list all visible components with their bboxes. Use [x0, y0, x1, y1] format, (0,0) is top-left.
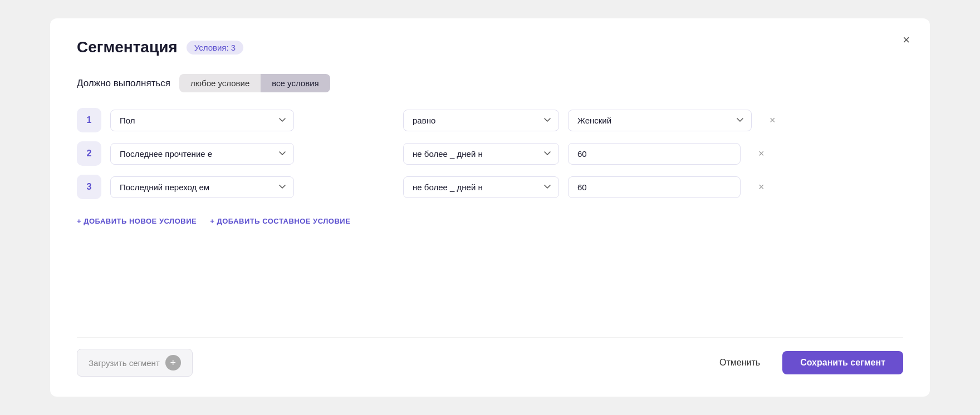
condition-row: 1 Пол равно Женский × — [77, 108, 903, 132]
load-segment-plus-icon: + — [165, 355, 181, 370]
condition-2-value-input[interactable] — [568, 143, 741, 165]
close-button[interactable]: × — [903, 34, 910, 46]
condition-3-operator-select[interactable]: не более _ дней н — [403, 176, 559, 198]
add-condition-button[interactable]: + ДОБАВИТЬ НОВОЕ УСЛОВИЕ — [77, 217, 197, 225]
modal-footer: Загрузить сегмент + Отменить Сохранить с… — [77, 337, 903, 377]
logic-all-button[interactable]: все условия — [261, 74, 330, 92]
modal-header: Сегментация Условия: 3 × — [77, 38, 903, 56]
condition-1-value-select[interactable]: Женский — [568, 110, 752, 131]
logic-row: Должно выполняться любое условие все усл… — [77, 74, 903, 92]
condition-number-2: 2 — [77, 141, 101, 166]
condition-1-field-select[interactable]: Пол — [110, 110, 294, 131]
condition-3-value-input[interactable] — [568, 176, 741, 198]
condition-2-operator-select[interactable]: не более _ дней н — [403, 143, 559, 165]
condition-2-remove-button[interactable]: × — [754, 146, 769, 162]
condition-number-1: 1 — [77, 108, 101, 132]
add-composite-button[interactable]: + ДОБАВИТЬ СОСТАВНОЕ УСЛОВИЕ — [210, 217, 350, 225]
condition-3-field-select[interactable]: Последний переход ем — [110, 176, 294, 198]
modal-title: Сегментация — [77, 38, 178, 56]
cancel-button[interactable]: Отменить — [710, 352, 769, 373]
add-buttons-row: + ДОБАВИТЬ НОВОЕ УСЛОВИЕ + ДОБАВИТЬ СОСТ… — [77, 217, 903, 225]
condition-row: 2 Последнее прочтение е не более _ дней … — [77, 141, 903, 166]
condition-2-field-select[interactable]: Последнее прочтение е — [110, 143, 294, 165]
segmentation-modal: Сегментация Условия: 3 × Должно выполнят… — [50, 18, 930, 397]
condition-3-remove-button[interactable]: × — [754, 179, 769, 195]
logic-label: Должно выполняться — [77, 78, 170, 89]
save-segment-button[interactable]: Сохранить сегмент — [782, 351, 903, 374]
logic-any-button[interactable]: любое условие — [179, 74, 261, 92]
load-segment-button[interactable]: Загрузить сегмент + — [77, 349, 193, 377]
condition-row: 3 Последний переход ем не более _ дней н… — [77, 175, 903, 199]
footer-right: Отменить Сохранить сегмент — [710, 351, 903, 374]
condition-1-operator-select[interactable]: равно — [403, 110, 559, 131]
condition-number-3: 3 — [77, 175, 101, 199]
logic-toggle: любое условие все условия — [179, 74, 330, 92]
conditions-list: 1 Пол равно Женский × 2 Последнее прочте… — [77, 108, 903, 199]
condition-1-remove-button[interactable]: × — [765, 112, 780, 129]
conditions-badge: Условия: 3 — [187, 41, 243, 55]
load-segment-label: Загрузить сегмент — [89, 358, 160, 368]
